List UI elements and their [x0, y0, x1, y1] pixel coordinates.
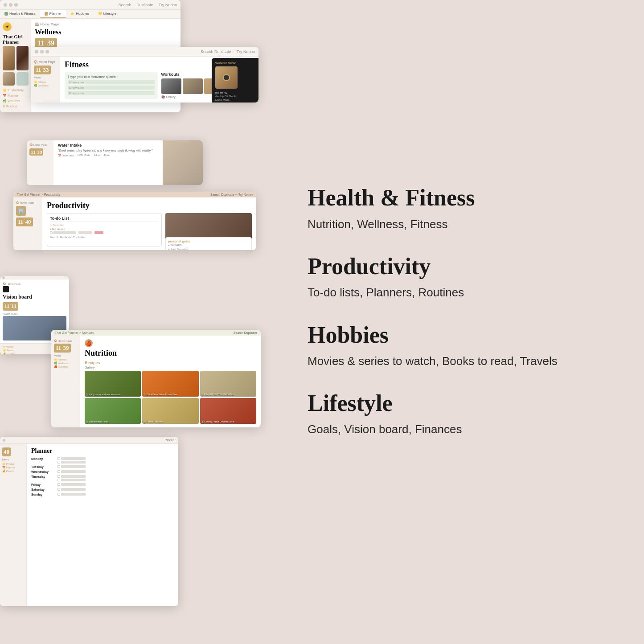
water-sidebar: 🏠 Home Page 11 : 39: [27, 140, 53, 185]
tab-health-label: Health & Fitness: [9, 12, 36, 16]
tab-lifestyle[interactable]: 💛 Lifestyle: [94, 10, 121, 18]
prod-layout: 🏠 Home Page 🏢 11 : 40 Productivity To-do…: [13, 197, 256, 250]
right-panel: Health & Fitness Nutrition, Wellness, Fi…: [276, 0, 644, 644]
nutrition-nav-fitness[interactable]: 🌟 Fitness: [54, 358, 78, 361]
week-friday: Friday: [31, 483, 174, 486]
music-widget: Workout Music Bel Mercy Get Up Off The F…: [212, 58, 258, 103]
planner-sidebar: 40 Menu 🌟 Produc 📅 Planner 💰 Financ: [0, 444, 27, 606]
wellness-clock-min: 39: [47, 39, 54, 47]
productivity-desc: To-do lists, Planners, Routines: [308, 284, 613, 300]
toolbar-duplicate[interactable]: Duplicate: [136, 3, 153, 7]
prod-clock: 11 : 40: [16, 217, 33, 226]
fitness-toolbar: Search Duplicate ··· Try Notion: [201, 49, 255, 54]
friday-tasks: [57, 483, 174, 486]
todo-dup[interactable]: Duplicate: [60, 236, 71, 238]
water-filter-4[interactable]: Free: [104, 154, 109, 157]
category-health-fitness: Health & Fitness Nutrition, Wellness, Fi…: [308, 185, 613, 232]
bar-1: [53, 231, 76, 234]
recipe-label-3: 🍃 PEANUT BUTTER BROWNIE: [201, 393, 255, 396]
tab-planner[interactable]: Planner: [40, 10, 66, 18]
sidebar-images: [3, 46, 29, 86]
planner-nav-planner[interactable]: 📅 Planner: [2, 466, 24, 469]
thursday-task-2: [57, 479, 174, 481]
vision-want: I want to be...: [3, 312, 66, 315]
check: [57, 461, 60, 464]
bar: [61, 475, 86, 478]
bar: [61, 465, 86, 468]
hobbies-tab-icon: ⭐: [70, 12, 74, 16]
sidebar-nav-routine[interactable]: ⚙ Routine: [3, 104, 29, 109]
fitness-quotes-box: type your best motivation quotes: Empty …: [65, 72, 158, 99]
todo-sub2: ▾ Not started: [50, 227, 159, 230]
todo-list-box: To-do List ▷ To-do list ▾ Not started Se…: [47, 213, 162, 246]
app-sidebar: ☀ That Girl Planner 🌟 Productivity 📅 Pla…: [0, 19, 31, 112]
nutrition-panel: That Girl Planner > Nutrition Search Dup…: [51, 330, 261, 427]
music-track-2: Get Up Off The F...: [215, 95, 257, 98]
saturday-task-1: [57, 488, 174, 491]
fitness-sep: :: [41, 68, 42, 72]
thursday-label: Thursday: [31, 475, 56, 478]
todo-search[interactable]: Search: [50, 236, 58, 238]
recipe-img-6: 🍃 Creamy Ranch Chicken Skillet: [200, 398, 256, 424]
water-filter-3[interactable]: 24 oz: [94, 154, 101, 157]
fitness-clock-hour: 11: [36, 66, 41, 74]
left-panel: Search Duplicate Try Notion Health & Fit…: [0, 0, 276, 644]
coffee-image: [16, 46, 29, 70]
monday-label: Monday: [31, 457, 56, 460]
planner-main: Planner Monday Tuesday Wednesda: [27, 444, 178, 606]
check: [57, 479, 60, 481]
recipe-label-2: 🍃 Black Bean Sweet Potato Stew: [143, 393, 197, 396]
saturday-label: Saturday: [31, 488, 56, 491]
toolbar-try[interactable]: Try Notion: [159, 3, 177, 7]
week-grid: Monday Tuesday Wednesday: [31, 457, 174, 496]
sun-icon: ☀: [3, 22, 12, 31]
planner-dot: [3, 439, 5, 442]
planner-nav-financ[interactable]: 💰 Financ: [2, 469, 24, 472]
vision-clipboard-icon: [3, 286, 9, 292]
check: [57, 457, 60, 460]
wellness-clock-hour: 11: [37, 39, 44, 47]
vision-clock-hour: 11: [4, 303, 9, 310]
prod-icon: 🏢: [16, 206, 26, 216]
fitness-nav-wellness[interactable]: 🌿 Wellness: [34, 84, 57, 87]
planner-tab-icon: [45, 12, 48, 16]
window-dot-yellow: [9, 3, 12, 7]
sidebar-nav-wellness[interactable]: 🌿 Wellness: [3, 99, 29, 103]
monday-tasks: [57, 457, 174, 464]
fitness-breadcrumb: 🏠 Home Page: [34, 60, 57, 64]
health-fitness-desc: Nutrition, Wellness, Fitness: [308, 216, 613, 232]
fitness-dot-1: [35, 50, 38, 53]
category-lifestyle: Lifestyle Goals, Vision board, Finances: [308, 390, 613, 438]
tab-hobbies[interactable]: ⭐ Hobbies: [66, 10, 93, 18]
fitness-quote-1: Empty quote: [68, 80, 155, 84]
workout-img-2: [183, 78, 203, 94]
app-sidebar-title: That Girl Planner: [3, 34, 29, 45]
wednesday-label: Wednesday: [31, 470, 56, 473]
nutrition-apple-icon: 🍎: [85, 339, 93, 347]
bar: [61, 461, 86, 464]
planner-nav-produc[interactable]: 🌟 Produc: [2, 462, 24, 465]
notion-window-header: Search Duplicate Try Notion: [0, 0, 180, 10]
category-hobbies: Hobbies Movies & series to watch, Books …: [308, 322, 613, 369]
check: [57, 470, 60, 473]
water-filter-2[interactable]: H2O Mode: [78, 154, 90, 157]
prod-sidebar: 🏠 Home Page 🏢 11 : 40: [13, 197, 42, 250]
vision-clock: 11 : 11: [3, 302, 18, 311]
recipe-label-6: 🍃 Creamy Ranch Chicken Skillet: [201, 420, 255, 423]
sidebar-nav-planner[interactable]: 📅 Planner: [3, 94, 29, 98]
nutrition-clock-min: 39: [63, 345, 69, 352]
water-clock-min: 39: [37, 149, 42, 155]
fitness-dot-2: [40, 50, 44, 53]
fitness-nav-fitness[interactable]: 🌟 Fitness: [34, 80, 57, 83]
nutrition-nav-nutrition[interactable]: 🍎 Nutrition: [54, 365, 78, 368]
water-filter-1[interactable]: 📅 Daily view: [58, 154, 74, 157]
toolbar-search[interactable]: Search: [119, 3, 131, 7]
tab-health-fitness[interactable]: Health & Fitness: [0, 10, 40, 18]
wellness-title: Wellness: [35, 28, 177, 36]
health-fitness-title: Health & Fitness: [308, 185, 613, 210]
todo-try[interactable]: Try Notion: [73, 236, 85, 238]
health-tab-icon: [4, 12, 8, 16]
todo-toolbar: Search Duplicate Try Notion: [50, 236, 159, 238]
sidebar-nav-productivity[interactable]: 🌟 Productivity: [3, 88, 29, 93]
nutrition-nav-wellness[interactable]: 🌿 Wellness: [54, 361, 78, 365]
